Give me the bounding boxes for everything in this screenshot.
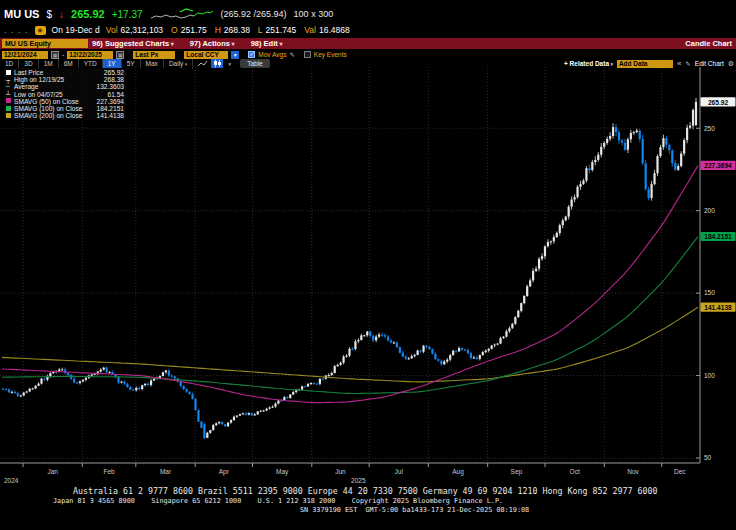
chart-style-icons: ▼ [197, 59, 234, 68]
grid-layer [0, 67, 700, 463]
legend-marker-sma200 [6, 113, 14, 119]
legend-row-sma100: SMAVG (100) on Close184.2151 [6, 105, 124, 112]
edit-chart-label[interactable]: Edit Chart [695, 60, 724, 67]
edit-chart-pencil-icon[interactable]: ✎ [685, 60, 690, 68]
chevron-down-icon[interactable]: ▼ [231, 51, 239, 59]
currency-select[interactable] [184, 51, 228, 59]
menubar-items: 96) Suggested Charts97) Actions98) Edit [92, 38, 282, 49]
chart-settings-row: ▦ - ▦ ▼ ✓ Mov Avgs ✎ Key Events [0, 50, 736, 59]
key-events-label: Key Events [314, 51, 347, 58]
key-events-checkbox[interactable] [304, 51, 311, 58]
period-tab-6m[interactable]: 6M [59, 59, 79, 68]
period-tab-1d[interactable]: 1D [0, 59, 19, 68]
ticker-symbol: MU US [4, 8, 39, 20]
svg-text:Mar: Mar [160, 468, 172, 475]
gear-icon[interactable]: ⚙ [728, 60, 734, 68]
collapse-panel-icon[interactable]: « [677, 59, 681, 68]
svg-text:Sep: Sep [511, 468, 523, 476]
security-header: MU US $ ↓ 265.92 +17.37 (265.92 /265.94)… [4, 6, 333, 22]
svg-text:2024: 2024 [4, 477, 19, 484]
date-from-input[interactable] [2, 51, 48, 59]
related-data-menu[interactable]: + Related Data [564, 60, 613, 67]
function-menubar: 96) Suggested Charts97) Actions98) Edit … [0, 38, 736, 49]
currency-symbol: $ [46, 9, 52, 20]
svg-text:Jun: Jun [335, 468, 346, 475]
legend-row-low: ┴Low on 04/07/2561.54 [6, 91, 124, 98]
legend-marker-high: ┬ [6, 77, 14, 83]
svg-text:Jul: Jul [395, 468, 404, 475]
frequency-select[interactable]: Daily [164, 59, 193, 69]
intraday-sparkline [150, 8, 214, 21]
svg-text:Nov: Nov [627, 468, 639, 475]
svg-text:265.92: 265.92 [708, 99, 729, 106]
svg-text:Apr: Apr [219, 468, 230, 476]
footer-contact-line2: Japan 81 3 4565 8900 Singapore 65 6212 1… [53, 497, 503, 505]
svg-text:Aug: Aug [452, 468, 464, 476]
ohlc-field-vol: Vol62,312,103 [106, 25, 163, 35]
mov-avgs-checkbox[interactable]: ✓ [248, 51, 255, 58]
legend-row-last: Last Price265.92 [6, 69, 124, 76]
svg-text:227.3694: 227.3694 [704, 162, 732, 169]
period-tab-3d[interactable]: 3D [19, 59, 38, 68]
ohlc-field-h: H268.38 [215, 25, 250, 35]
svg-text:141.4138: 141.4138 [704, 304, 732, 311]
price-field-select[interactable] [133, 51, 175, 59]
ohlc-field-val: Val16.4868 [304, 25, 349, 35]
svg-text:200: 200 [704, 207, 715, 214]
candles-layer [2, 98, 697, 439]
legend-marker-sma50 [6, 98, 14, 104]
menubar-item-suggested-charts[interactable]: 96) Suggested Charts [92, 39, 174, 48]
candle-chart-icon[interactable] [211, 59, 223, 68]
legend-row-sma200: SMAVG (200) on Close141.4138 [6, 112, 124, 119]
add-data-input[interactable] [617, 60, 673, 68]
price-change: +17.37 [112, 9, 143, 20]
security-input[interactable] [2, 39, 88, 48]
ohlc-fields: Vol62,312,103O251.75H268.38L251.745Val16… [106, 25, 350, 35]
table-button[interactable]: Table [240, 59, 270, 68]
svg-text:Feb: Feb [103, 468, 115, 475]
svg-text:50: 50 [704, 454, 712, 461]
chart-legend: Last Price265.92┬High on 12/19/25268.38╌… [4, 68, 126, 120]
bid-ask-quote: (265.92 /265.94) [221, 9, 287, 19]
lot-size: 100 x 300 [294, 9, 334, 19]
legend-marker-low: ┴ [6, 91, 14, 97]
axes-layer: JanFebMarAprMayJunJulAugSepOctNovDec2024… [0, 67, 715, 484]
ohlc-field-o: O251.75 [171, 25, 207, 35]
date-range-separator: - [62, 51, 64, 58]
svg-text:Oct: Oct [570, 468, 580, 475]
chevron-down-icon[interactable]: ▼ [227, 61, 232, 67]
footer-session-info: SN 3379190 EST GMT-5:00 ba1433-173 21-De… [300, 506, 529, 514]
menubar-item-actions[interactable]: 97) Actions [190, 39, 235, 48]
ohlc-field-l: L251.745 [258, 25, 296, 35]
svg-text:Dec: Dec [674, 468, 686, 475]
calendar-icon[interactable]: ▦ [51, 51, 59, 59]
menubar-item-edit[interactable]: 98) Edit [251, 39, 283, 48]
svg-text:150: 150 [704, 289, 715, 296]
chart-type-label: Candle Chart [685, 38, 732, 49]
period-tab-5y[interactable]: 5Y [122, 59, 141, 68]
drag-dots-icon: . . . . [4, 25, 29, 35]
edit-pencil-icon[interactable]: ✎ [289, 51, 294, 59]
date-to-input[interactable] [67, 51, 113, 59]
legend-marker-sma100 [6, 106, 14, 112]
line-chart-icon[interactable] [197, 59, 209, 68]
footer-contact-line1: Australia 61 2 9777 8600 Brazil 5511 239… [73, 486, 657, 496]
legend-row-high: ┬High on 12/19/25268.38 [6, 76, 124, 83]
legend-marker-avg: ╌ [6, 84, 14, 90]
chart-actions-right: + Related Data « ✎ Edit Chart ⚙ [564, 59, 734, 68]
legend-row-avg: ╌Average132.3603 [6, 83, 124, 90]
session-date: On 19-Dec d [52, 25, 100, 35]
last-price: 265.92 [71, 8, 105, 20]
period-tab-ytd[interactable]: YTD [79, 59, 103, 68]
period-tab-1y[interactable]: 1Y [103, 59, 122, 68]
period-tab-max[interactable]: Max [141, 59, 164, 68]
calendar-icon[interactable]: ▦ [116, 51, 124, 59]
period-tab-1m[interactable]: 1M [39, 59, 59, 68]
svg-text:2025: 2025 [351, 477, 366, 484]
legend-row-sma50: SMAVG (50) on Close227.3694 [6, 98, 124, 105]
svg-text:184.2151: 184.2151 [704, 233, 732, 240]
svg-text:May: May [276, 468, 289, 476]
legend-marker-last [6, 70, 14, 76]
period-tabs: 1D3D1M6MYTD1Y5YMaxDaily [0, 59, 193, 68]
alert-sun-icon[interactable]: ✹ [35, 26, 46, 35]
